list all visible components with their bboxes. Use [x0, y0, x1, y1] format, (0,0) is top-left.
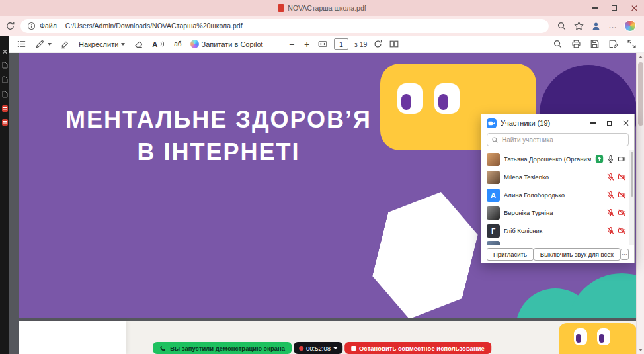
minimize-button[interactable] [584, 0, 604, 16]
zoom-share-bar: Вы запустили демонстрацию экрана 00:52:0… [153, 342, 491, 354]
camera-muted-icon[interactable] [618, 173, 626, 181]
zoom-in-button[interactable]: + [302, 39, 311, 50]
fullscreen-button[interactable] [627, 39, 637, 49]
camera-on-icon[interactable] [618, 155, 626, 163]
search-icon [491, 136, 499, 144]
participant-row[interactable]: Татьяна Дорошенко (Организатор, я) [481, 150, 634, 168]
toc-button[interactable] [17, 39, 26, 49]
browser-menu-button[interactable]: … [608, 23, 617, 28]
divider [61, 22, 61, 30]
text-tools-button[interactable]: аб [174, 40, 181, 48]
participants-panel-header: Участники (19) [481, 114, 634, 132]
mic-muted-icon[interactable] [606, 191, 615, 199]
mic-muted-icon[interactable] [606, 226, 615, 235]
panel-minimize-button[interactable] [584, 114, 601, 132]
search-icon [557, 21, 567, 31]
teal-cloud-shape [516, 271, 636, 318]
eraser-button[interactable] [134, 39, 143, 49]
participant-row[interactable]: Milena Teslenko [481, 168, 634, 186]
file-icon[interactable] [2, 76, 8, 83]
panel-scrollbar[interactable] [629, 150, 634, 245]
maximize-button[interactable] [604, 0, 624, 16]
account-avatar[interactable] [624, 20, 636, 32]
panel-scrollbar-thumb[interactable] [631, 152, 633, 197]
pen-tool-button[interactable] [35, 39, 52, 49]
participant-row[interactable]: А Алина Голобородько [481, 186, 634, 204]
address-bar-row: Файл C:/Users/Admin/Downloads/NOVAСтарша… [0, 16, 644, 36]
participant-avatar [487, 171, 500, 184]
stop-icon [351, 346, 356, 351]
strip-close-icon[interactable] [2, 49, 7, 54]
pdf-app-icon[interactable] [2, 105, 8, 112]
recording-timer[interactable]: 00:52:08 [294, 342, 342, 354]
read-aloud-button[interactable]: A [152, 40, 165, 48]
participant-row-partial[interactable] [481, 240, 634, 245]
minimize-icon [590, 122, 596, 123]
highlighter-button[interactable] [60, 39, 70, 49]
panel-maximize-button[interactable] [601, 114, 618, 132]
panel-more-button[interactable]: … [620, 249, 629, 260]
invite-button[interactable]: Пригласить [487, 248, 534, 261]
scroll-down-arrow[interactable] [637, 346, 644, 354]
print-button[interactable] [571, 39, 581, 49]
character-pupil [576, 334, 581, 343]
participant-row[interactable]: Вероніка Турчіна [481, 204, 634, 222]
mic-on-icon[interactable] [606, 155, 615, 163]
scroll-up-arrow[interactable] [637, 53, 644, 61]
read-aloud-icon: A [152, 40, 157, 48]
camera-muted-icon[interactable] [618, 191, 626, 199]
mic-muted-icon[interactable] [606, 173, 615, 181]
info-icon [27, 22, 36, 30]
window-title: NOVAСтарша школа.pdf [288, 4, 366, 12]
copilot-button[interactable]: Запитати в Copilot [190, 40, 263, 48]
address-bar-actions: … [554, 20, 639, 32]
sharing-status-text: Вы запустили демонстрацию экрана [170, 345, 285, 352]
mute-all-button[interactable]: Выключить звук для всех [534, 248, 620, 261]
recording-dot-icon [299, 346, 303, 351]
page-view-button[interactable] [389, 39, 399, 49]
file-icon[interactable] [2, 62, 8, 69]
print-icon [571, 39, 581, 49]
slide-heading-line1: МЕНТАЛЬНЕ ЗДОРОВ’Я [38, 103, 399, 136]
stop-sharing-button[interactable]: Остановить совместное использование [344, 342, 491, 354]
fit-width-icon [317, 39, 328, 49]
camera-muted-icon[interactable] [618, 208, 626, 217]
draw-menu-button[interactable]: Накреслити [79, 40, 125, 48]
copilot-icon [190, 40, 199, 48]
refresh-icon [5, 21, 15, 31]
participant-name: Milena Teslenko [504, 173, 602, 181]
participant-name: Алина Голобородько [504, 191, 602, 199]
highlighter-icon [60, 39, 70, 49]
save-button[interactable] [590, 39, 600, 49]
save-as-button[interactable] [608, 39, 618, 49]
fit-width-button[interactable] [317, 39, 328, 49]
phone-icon [159, 345, 167, 352]
close-button[interactable] [624, 0, 644, 16]
panel-close-button[interactable] [618, 114, 634, 132]
participant-avatar [487, 241, 500, 245]
participant-row[interactable]: Г Гліб Колісник [481, 222, 634, 240]
mic-muted-icon[interactable] [606, 208, 615, 217]
pdf-scrollbar[interactable] [636, 53, 644, 354]
refresh-button[interactable] [5, 21, 15, 31]
page-number-input[interactable] [334, 38, 348, 50]
address-bar[interactable]: Файл C:/Users/Admin/Downloads/NOVAСтарша… [20, 19, 549, 33]
find-in-document-button[interactable] [553, 39, 563, 49]
timer-value: 00:52:08 [306, 345, 331, 352]
participant-search-box[interactable] [487, 133, 629, 146]
scrollbar-thumb[interactable] [638, 62, 643, 126]
participant-avatar: А [487, 189, 500, 202]
pdf-app-icon[interactable] [2, 119, 8, 126]
favorites-button[interactable] [574, 21, 584, 31]
character-pupil [599, 334, 604, 343]
profile-button[interactable] [591, 21, 601, 31]
participant-avatar [487, 206, 500, 220]
rotate-button[interactable] [373, 39, 383, 49]
sidebar-search-button[interactable] [557, 21, 567, 31]
camera-muted-icon[interactable] [618, 226, 626, 235]
file-icon[interactable] [2, 91, 8, 98]
chevron-down-icon [121, 43, 125, 46]
participant-search-input[interactable] [502, 136, 624, 144]
minimize-icon [592, 7, 598, 8]
zoom-out-button[interactable]: − [287, 39, 296, 50]
